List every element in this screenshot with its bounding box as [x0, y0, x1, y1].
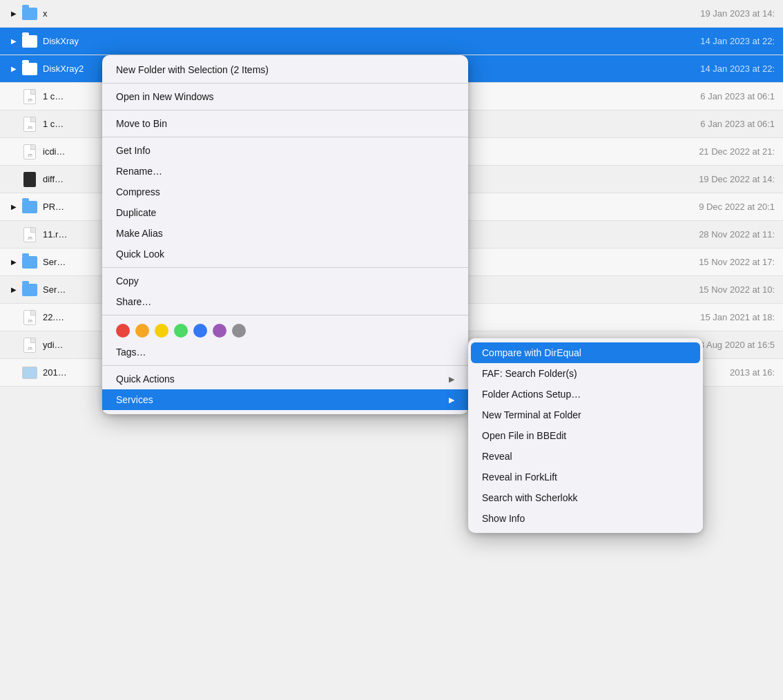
menu-separator	[102, 137, 468, 137]
tag-dot-blue[interactable]	[193, 324, 207, 338]
file-date: 19 Jan 2023 at 14:	[700, 8, 775, 19]
tag-dot-red[interactable]	[116, 324, 130, 338]
expand-arrow-icon[interactable]	[8, 229, 19, 240]
tag-dot-gray[interactable]	[232, 324, 246, 338]
file-date: 28 Nov 2022 at 11:	[699, 229, 775, 240]
menu-item-label: Services	[116, 394, 153, 405]
submenu-item-label: Reveal in ForkLift	[482, 471, 557, 483]
menu-item-label: Duplicate	[116, 207, 156, 218]
submenu-item-reveal[interactable]: Reveal	[468, 446, 703, 467]
image-icon	[22, 365, 37, 380]
expand-arrow-icon[interactable]: ▶	[8, 257, 19, 268]
folder-icon	[22, 61, 37, 77]
file-m-icon: .m	[22, 117, 37, 132]
file-date: 21 Dec 2022 at 21:	[699, 146, 775, 157]
menu-separator	[102, 365, 468, 366]
tag-dot-green[interactable]	[174, 324, 188, 338]
file-date: 15 Jan 2021 at 18:	[700, 312, 775, 322]
submenu-item-label: Search with Scherlokk	[482, 492, 578, 503]
expand-arrow-icon[interactable]: ▶	[8, 36, 19, 47]
expand-arrow-icon[interactable]: ▶	[8, 8, 19, 19]
folder-icon	[22, 255, 37, 270]
expand-arrow-icon[interactable]	[8, 91, 19, 102]
expand-arrow-icon[interactable]: ▶	[8, 202, 19, 213]
expand-arrow-icon[interactable]: ▶	[8, 64, 19, 75]
submenu-item-search-scherlokk[interactable]: Search with Scherlokk	[468, 487, 703, 508]
file-date: 6 Jan 2023 at 06:1	[700, 119, 775, 129]
folder-icon	[22, 34, 37, 49]
submenu-item-label: Compare with DirEqual	[482, 347, 581, 358]
tag-dot-purple[interactable]	[213, 324, 226, 338]
submenu-item-compare-direqual[interactable]: Compare with DirEqual	[471, 342, 700, 363]
file-date: 15 Nov 2022 at 17:	[699, 257, 775, 267]
file-m-icon: .m	[22, 227, 37, 242]
file-m-icon: .m	[22, 144, 37, 159]
menu-item-label: Open in New Windows	[116, 91, 214, 102]
expand-arrow-icon[interactable]	[8, 119, 19, 130]
submenu-item-label: Reveal	[482, 451, 512, 462]
submenu-item-faf-search[interactable]: FAF: Search Folder(s)	[468, 363, 703, 384]
menu-item-open-new-windows[interactable]: Open in New Windows	[102, 86, 468, 107]
menu-item-label: New Folder with Selection (2 Items)	[116, 64, 269, 75]
file-date: 14 Jan 2023 at 22:	[700, 36, 775, 46]
menu-item-label: Quick Look	[116, 249, 164, 260]
menu-item-make-alias[interactable]: Make Alias	[102, 223, 468, 244]
expand-arrow-icon[interactable]	[8, 146, 19, 157]
menu-separator	[102, 83, 468, 84]
menu-separator	[102, 315, 468, 315]
submenu-item-folder-actions-setup[interactable]: Folder Actions Setup…	[468, 384, 703, 405]
menu-item-move-to-bin[interactable]: Move to Bin	[102, 113, 468, 134]
file-date: 8 Aug 2020 at 16:5	[699, 340, 775, 350]
menu-item-services[interactable]: Services▶	[102, 389, 468, 410]
menu-item-label: Quick Actions	[116, 373, 175, 385]
expand-arrow-icon[interactable]	[8, 367, 19, 378]
submenu-item-reveal-forklift[interactable]: Reveal in ForkLift	[468, 467, 703, 487]
file-black-icon	[22, 172, 37, 187]
expand-arrow-icon[interactable]: ▶	[8, 284, 19, 295]
menu-item-label: Get Info	[116, 145, 151, 156]
submenu-item-label: Show Info	[482, 513, 525, 524]
submenu-item-show-info[interactable]: Show Info	[468, 508, 703, 529]
expand-arrow-icon[interactable]	[8, 312, 19, 323]
file-date: 6 Jan 2023 at 06:1	[700, 91, 775, 101]
menu-item-share[interactable]: Share…	[102, 291, 468, 312]
menu-separator	[102, 267, 468, 268]
folder-icon	[22, 282, 37, 298]
file-row[interactable]: ▶DiskXray14 Jan 2023 at 22:	[0, 28, 783, 55]
menu-item-copy[interactable]: Copy	[102, 271, 468, 291]
expand-arrow-icon[interactable]	[8, 340, 19, 351]
menu-item-compress[interactable]: Compress	[102, 182, 468, 202]
submenu-item-open-bbedit[interactable]: Open File in BBEdit	[468, 425, 703, 446]
menu-item-rename[interactable]: Rename…	[102, 161, 468, 182]
menu-item-quick-actions[interactable]: Quick Actions▶	[102, 369, 468, 389]
expand-arrow-icon[interactable]	[8, 174, 19, 185]
menu-item-new-folder[interactable]: New Folder with Selection (2 Items)	[102, 59, 468, 80]
file-name: DiskXray	[43, 36, 700, 46]
file-row[interactable]: ▶x19 Jan 2023 at 14:	[0, 0, 783, 28]
menu-item-duplicate[interactable]: Duplicate	[102, 202, 468, 223]
menu-item-label: Share…	[116, 296, 151, 307]
tags-label[interactable]: Tags…	[102, 343, 468, 362]
file-date: 9 Dec 2022 at 20:1	[699, 202, 775, 212]
context-menu: New Folder with Selection (2 Items)Open …	[102, 55, 468, 414]
file-date: 15 Nov 2022 at 10:	[699, 284, 775, 295]
submenu-arrow-icon: ▶	[449, 375, 454, 384]
menu-item-label: Move to Bin	[116, 118, 167, 129]
quick-actions-submenu: Compare with DirEqualFAF: Search Folder(…	[468, 338, 703, 533]
file-date: 19 Dec 2022 at 14:	[699, 174, 775, 184]
tag-dot-orange[interactable]	[135, 324, 149, 338]
submenu-item-label: Folder Actions Setup…	[482, 389, 581, 400]
file-name: x	[43, 8, 700, 19]
menu-item-label: Make Alias	[116, 228, 163, 239]
tag-dot-yellow[interactable]	[155, 324, 168, 338]
menu-item-label: Rename…	[116, 166, 162, 177]
file-m-icon: .m	[22, 310, 37, 325]
file-m-icon: .m	[22, 89, 37, 104]
folder-icon	[22, 6, 37, 21]
file-date: 14 Jan 2023 at 22:	[700, 64, 775, 74]
submenu-item-label: FAF: Search Folder(s)	[482, 368, 577, 379]
submenu-item-new-terminal[interactable]: New Terminal at Folder	[468, 405, 703, 425]
menu-item-quick-look[interactable]: Quick Look	[102, 244, 468, 264]
file-date: 2013 at 16:	[730, 367, 775, 378]
menu-item-get-info[interactable]: Get Info	[102, 140, 468, 161]
